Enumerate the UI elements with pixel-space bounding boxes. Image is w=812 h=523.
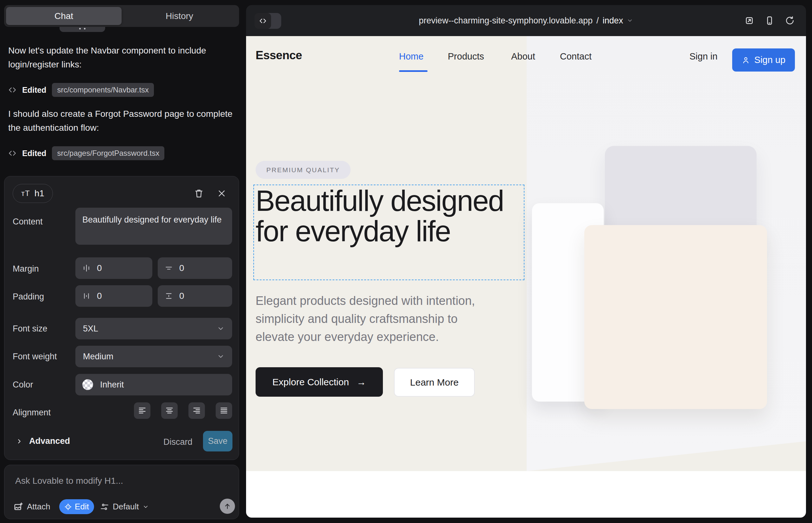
- advanced-toggle[interactable]: Advanced: [16, 436, 70, 446]
- discard-button[interactable]: Discard: [163, 437, 193, 447]
- preview-url-page: index: [603, 16, 623, 26]
- align-left-button[interactable]: [134, 402, 151, 419]
- preview-url-separator: /: [596, 16, 599, 26]
- attach-image-icon: [14, 502, 23, 511]
- clipped-chat-chip: [59, 27, 105, 32]
- default-mode-select[interactable]: Default: [100, 502, 149, 511]
- preview-url-domain: preview--charming-site-symphony.lovable.…: [419, 16, 593, 26]
- tab-chat[interactable]: Chat: [6, 7, 122, 25]
- chevron-down-icon: [217, 353, 225, 360]
- content-input[interactable]: Beautifully designed for everyday life: [75, 208, 232, 245]
- external-link-icon: [744, 16, 754, 25]
- element-editor-panel: тT h1 Content Beautifully designed for e…: [4, 176, 239, 460]
- chevron-down-icon: [217, 325, 225, 332]
- tab-history[interactable]: History: [122, 7, 237, 25]
- preview-window: preview--charming-site-symphony.lovable.…: [246, 5, 806, 518]
- color-select[interactable]: Inherit: [75, 374, 232, 395]
- font-size-label: Font size: [13, 324, 48, 334]
- align-right-icon: [192, 406, 201, 415]
- edited-label: Edited: [22, 149, 46, 158]
- site-logo[interactable]: Essence: [255, 49, 302, 62]
- open-external-button[interactable]: [744, 16, 754, 25]
- align-right-button[interactable]: [189, 402, 205, 419]
- margin-vertical-icon: [165, 264, 173, 272]
- hero-heading[interactable]: Beautifully designed for everyday life: [255, 185, 509, 246]
- send-button[interactable]: [220, 499, 235, 514]
- mobile-view-button[interactable]: [765, 16, 774, 25]
- padding-y-input[interactable]: 0: [158, 285, 232, 307]
- nav-link-home[interactable]: Home: [399, 51, 423, 62]
- preview-topbar: preview--charming-site-symphony.lovable.…: [246, 5, 806, 36]
- arrow-up-icon: [223, 502, 231, 510]
- type-icon: тT: [21, 189, 30, 198]
- color-swatch-icon: [82, 379, 93, 390]
- trash-icon: [194, 189, 204, 198]
- premium-quality-badge: PREMIUM QUALITY: [255, 161, 351, 179]
- edit-mode-button[interactable]: Edit: [59, 499, 94, 514]
- save-button[interactable]: Save: [203, 431, 232, 451]
- margin-y-input[interactable]: 0: [158, 257, 232, 279]
- chat-message: I should also create a Forgot Password p…: [8, 107, 237, 135]
- margin-x-input[interactable]: 0: [75, 257, 152, 279]
- edited-file-chip[interactable]: src/pages/ForgotPassword.tsx: [52, 146, 164, 160]
- margin-label: Margin: [13, 264, 39, 274]
- edited-label: Edited: [22, 86, 46, 95]
- nav-link-contact[interactable]: Contact: [560, 51, 592, 62]
- chat-history-tabs: Chat History: [4, 5, 239, 27]
- chevron-down-icon: [142, 504, 149, 510]
- align-center-button[interactable]: [161, 402, 178, 419]
- composer-input[interactable]: Ask Lovable to modify H1...: [15, 476, 123, 486]
- content-label: Content: [13, 217, 43, 227]
- preview-url-bar[interactable]: preview--charming-site-symphony.lovable.…: [246, 5, 806, 36]
- element-tag: h1: [35, 188, 44, 198]
- align-center-icon: [165, 406, 174, 415]
- active-nav-underline: [399, 70, 427, 72]
- chat-composer: Ask Lovable to modify H1... Attach Edit …: [4, 465, 239, 519]
- nav-link-products[interactable]: Products: [448, 51, 484, 62]
- selected-element-badge: тT h1: [13, 184, 53, 203]
- font-weight-select[interactable]: Medium: [75, 346, 232, 367]
- attach-button[interactable]: Attach: [14, 502, 50, 511]
- code-icon: [8, 86, 16, 94]
- edited-file-row: Edited src/pages/ForgotPassword.tsx: [8, 146, 164, 160]
- sliders-icon: [100, 502, 109, 511]
- site-page: Essence Home Products About Contact Sign…: [246, 36, 806, 518]
- edited-file-row: Edited src/components/Navbar.tsx: [8, 83, 154, 97]
- alignment-label: Alignment: [13, 408, 51, 418]
- smartphone-icon: [765, 16, 774, 25]
- padding-label: Padding: [13, 292, 44, 302]
- hero-description: Elegant products designed with intention…: [255, 292, 499, 346]
- decor-card-peach: [584, 225, 767, 409]
- learn-more-button[interactable]: Learn More: [394, 368, 475, 397]
- hero-section: Essence Home Products About Contact Sign…: [246, 36, 806, 471]
- font-size-select[interactable]: 5XL: [75, 318, 232, 339]
- explore-collection-button[interactable]: Explore Collection →: [255, 367, 383, 397]
- edited-file-chip[interactable]: src/components/Navbar.tsx: [52, 83, 154, 97]
- signin-link[interactable]: Sign in: [689, 51, 718, 62]
- refresh-button[interactable]: [785, 16, 795, 25]
- padding-horizontal-icon: [82, 292, 91, 300]
- arrow-right-icon: →: [357, 377, 366, 387]
- align-justify-button[interactable]: [216, 402, 232, 419]
- align-left-icon: [138, 406, 147, 415]
- chat-message: Now let's update the Navbar component to…: [8, 44, 237, 72]
- signup-button[interactable]: Sign up: [732, 49, 795, 72]
- padding-x-input[interactable]: 0: [75, 285, 152, 307]
- target-icon: [64, 503, 72, 511]
- preview-actions: [744, 5, 795, 36]
- color-label: Color: [13, 380, 33, 390]
- close-icon: [217, 189, 226, 198]
- font-weight-label: Font weight: [13, 352, 57, 362]
- align-justify-icon: [219, 406, 228, 415]
- close-editor-button[interactable]: [216, 188, 227, 199]
- user-icon: [742, 56, 750, 64]
- chevron-right-icon: [16, 438, 23, 445]
- alignment-group: [134, 402, 232, 419]
- nav-link-about[interactable]: About: [511, 51, 535, 62]
- delete-element-button[interactable]: [193, 188, 205, 199]
- chevron-down-icon: [627, 17, 633, 24]
- refresh-icon: [785, 16, 795, 25]
- margin-horizontal-icon: [82, 264, 91, 272]
- app-root: Chat History Now let's update the Navbar…: [0, 0, 812, 523]
- padding-vertical-icon: [165, 292, 173, 300]
